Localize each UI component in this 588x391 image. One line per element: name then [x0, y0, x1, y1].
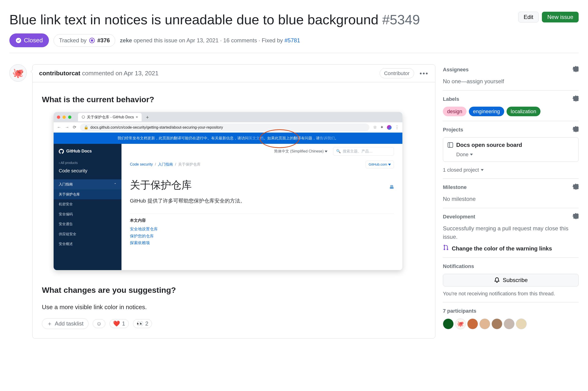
fixed-by-link[interactable]: #5781 [285, 37, 300, 43]
url-text: docs.github.com/cn/code-security/getting… [90, 125, 223, 130]
browser-toolbar: ← → ⟳ 🔒 docs.github.com/cn/code-security… [54, 122, 402, 133]
development-section: Development Successfully merging a pull … [443, 208, 579, 258]
main-column: 🐙 contributorcat commented on Apr 13, 20… [9, 64, 435, 339]
embedded-screenshot[interactable]: ⎔ 关于保护仓库 - GitHub Docs × + ← → ⟳ 🔒 [54, 112, 402, 270]
projects-title: Projects [443, 126, 463, 133]
svg-rect-2 [448, 142, 453, 147]
author-avatar[interactable]: 🐙 [9, 64, 27, 82]
label-engineering[interactable]: engineering [469, 107, 504, 116]
bookmark-icon: ☆ [373, 124, 377, 130]
eyes-icon: 👀 [137, 320, 144, 327]
assign-self-link[interactable]: assign yourself [466, 78, 504, 85]
participant-avatar[interactable] [492, 318, 502, 329]
comment-body: What is the current behavior? ⎔ 关于保护 [32, 82, 435, 338]
chevron-up-icon: ⌃ [114, 182, 116, 186]
participant-avatar[interactable] [443, 318, 454, 329]
new-tab-icon: + [144, 113, 151, 121]
reload-icon: ⟳ [73, 124, 76, 130]
docs-breadcrumb: Code security / 入门指南 / 关于保护仓库 GitHub.com [122, 160, 402, 170]
edit-button[interactable]: Edit [518, 12, 539, 22]
comment-verb: commented [82, 70, 114, 77]
subscribe-label: Subscribe [503, 277, 528, 284]
heart-count: 1 [122, 320, 125, 327]
gear-icon[interactable] [573, 184, 579, 191]
role-badge: Contributor [380, 68, 414, 78]
labels-row: design engineering localization [443, 107, 579, 116]
participant-avatar[interactable] [504, 318, 515, 329]
linked-pr[interactable]: Change the color of the warning links [443, 244, 579, 253]
browser-tab: ⎔ 关于保护仓库 - GitHub Docs × [78, 113, 142, 121]
svg-point-6 [447, 249, 448, 250]
project-card[interactable]: Docs open source board Done [443, 137, 579, 162]
reaction-eyes[interactable]: 👀 2 [133, 319, 152, 328]
issue-subhead: zeke opened this issue on Apr 13, 2021 ·… [120, 36, 300, 45]
comment-box: contributorcat commented on Apr 13, 2021… [32, 64, 435, 339]
lang-switcher: 简体中文 (Simplified Chinese) [274, 149, 327, 154]
docs-intro: GitHub 提供了许多可帮助您保护仓库安全的方法。 [130, 197, 394, 205]
ghcom-button: GitHub.com [366, 161, 394, 168]
eyes-count: 2 [145, 320, 148, 327]
comment-menu-icon[interactable]: ••• [420, 69, 429, 78]
gear-icon[interactable] [573, 213, 579, 220]
banner-text-3: 。 [335, 136, 338, 140]
participant-avatar[interactable] [479, 318, 490, 329]
label-design[interactable]: design [443, 107, 466, 116]
tracked-by-ref: #376 [97, 36, 110, 45]
linked-pr-title: Change the color of the warning links [452, 244, 552, 253]
closed-projects-toggle[interactable]: 1 closed project [443, 166, 484, 174]
section-heading-changes: What changes are you suggesting? [42, 284, 426, 296]
annotation-circle [260, 129, 299, 148]
nav-item: 关于保护仓库 [54, 190, 122, 199]
assignees-body: No one—assign yourself [443, 77, 579, 86]
minimize-dot-icon [62, 115, 66, 119]
gear-icon[interactable] [573, 126, 579, 133]
new-issue-button[interactable]: New issue [542, 12, 579, 22]
tab-close-icon: × [136, 114, 138, 120]
gear-icon[interactable] [573, 96, 579, 103]
label-localization[interactable]: localization [507, 107, 541, 116]
github-mark-icon [59, 149, 64, 154]
docs-brand: GitHub Docs [54, 144, 122, 159]
subscribe-button[interactable]: Subscribe [443, 274, 579, 287]
banner-link-2: 告诉我们 [320, 136, 335, 140]
issue-author[interactable]: zeke [120, 37, 132, 43]
section-heading-behavior: What is the current behavior? [42, 94, 426, 105]
project-name: Docs open source board [456, 141, 522, 149]
chevron-down-icon [481, 169, 484, 171]
milestone-section: Milestone No milestone [443, 179, 579, 208]
reaction-heart[interactable]: ❤️ 1 [110, 319, 129, 328]
header-buttons: Edit New issue [518, 9, 579, 22]
comment-footer-row: ＋ Add tasklist ☺ ❤️ 1 👀 2 [42, 318, 426, 329]
add-reaction-button[interactable]: ☺ [93, 319, 106, 328]
heart-icon: ❤️ [113, 320, 120, 327]
docs-h1: 关于保护仓库 [130, 177, 192, 193]
docs-main: 简体中文 (Simplified Chinese) 🔍 搜索主题、产品… Cod… [122, 144, 402, 270]
participant-avatar[interactable] [467, 318, 478, 329]
comment-author[interactable]: contributorcat [39, 70, 80, 77]
project-status-select[interactable]: Done [456, 151, 473, 158]
comment-date[interactable]: on Apr 13, 2021 [116, 70, 159, 77]
notice-banner: 我们经常发布文档更新，此页面的翻译可能仍在进行中。有关最新信息，请访问英文文档。… [54, 133, 402, 144]
window-controls [57, 115, 71, 119]
gear-icon[interactable] [573, 66, 579, 73]
svg-point-5 [443, 249, 445, 250]
suggestion-text: Use a more visible link color in notices… [42, 303, 426, 312]
notifications-note: You're not receiving notifications from … [443, 290, 579, 297]
browser-tabbar: ⎔ 关于保护仓库 - GitHub Docs × + [54, 112, 402, 122]
close-dot-icon [57, 115, 60, 119]
tracked-by-pill[interactable]: Tracked by #376 [54, 34, 115, 47]
tracking-issue-icon [89, 37, 95, 43]
add-tasklist-button[interactable]: ＋ Add tasklist [42, 318, 89, 329]
banner-text-1: 我们经常发布文档更新，此页面的翻译可能仍在进行中。有关最新信息，请访问 [118, 136, 249, 140]
participant-avatar[interactable]: 🐙 [455, 318, 466, 329]
toc-list: 安全地设置仓库 保护您的仓库 探索依赖项 [130, 226, 394, 246]
crumb-3: 关于保护仓库 [178, 162, 201, 166]
issue-header: Blue link text in notices is unreadable … [9, 9, 579, 30]
docs-content: 关于保护仓库 🖶 GitHub 提供了许多可帮助您保护仓库安全的方法。 本文内容… [122, 170, 402, 254]
merged-pr-icon [443, 244, 449, 253]
chevron-down-icon [325, 151, 327, 152]
no-one-text: No one— [443, 78, 466, 85]
toc-title: 本文内容 [130, 213, 394, 224]
address-bar: 🔒 docs.github.com/cn/code-security/getti… [80, 123, 369, 131]
participant-avatar[interactable] [516, 318, 527, 329]
